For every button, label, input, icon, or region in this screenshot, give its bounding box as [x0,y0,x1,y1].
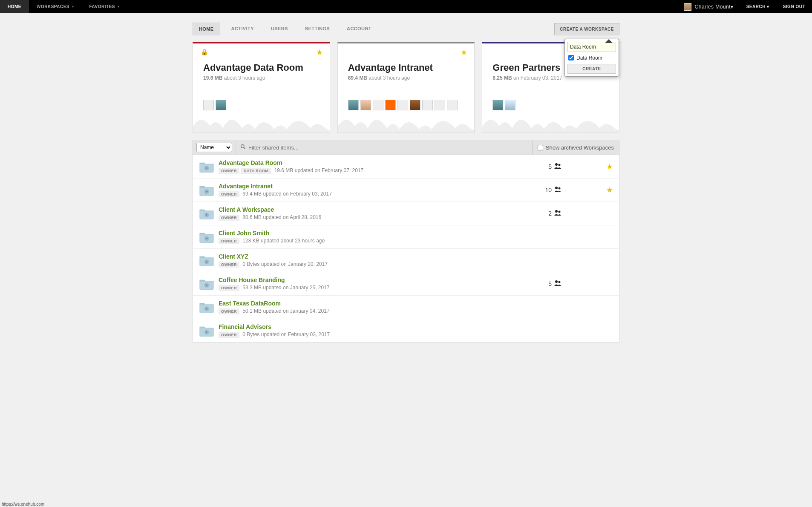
role-badge: OWNER [219,285,239,291]
member-count: 2 [511,210,562,217]
workspace-cards: 🔒★Advantage Data Room19.6 MB about 3 hou… [193,42,619,133]
data-room-checkbox[interactable] [568,55,574,60]
svg-point-9 [555,210,558,213]
tab-activity[interactable]: ACTIVITY [225,23,260,35]
avatar [422,100,433,110]
workspace-row[interactable]: Advantage Data RoomOWNERDATA ROOM 19.6 M… [193,155,619,179]
people-icon [553,280,562,288]
workspace-meta: OWNER 80.6 MB updated on April 28, 2016 [219,214,511,221]
workspace-row[interactable]: Client John SmithOWNER 128 KB updated ab… [193,225,619,249]
folder-icon [199,184,214,196]
role-badge: OWNER [219,238,239,244]
folder-icon [199,301,214,314]
star-column[interactable]: ★ [562,162,613,171]
show-archived-toggle[interactable]: Show archived Workspaces [533,144,619,151]
workspace-meta: OWNER 128 KB updated about 23 hours ago [219,238,511,244]
chevron-down-icon: ▾ [767,4,769,9]
avatar [385,100,396,110]
workspace-name[interactable]: Client XYZ [219,253,511,260]
tab-settings[interactable]: SETTINGS [299,23,336,35]
card-meta: 19.6 MB about 3 hours ago [203,75,320,81]
filter-input[interactable] [248,144,528,151]
workspace-card[interactable]: ★Advantage Intranet69.4 MB about 3 hours… [337,42,475,133]
role-badge: OWNER [219,308,239,314]
svg-point-4 [559,164,561,166]
avatar [505,100,515,110]
workspace-meta: OWNER 0 Bytes updated on February 03, 20… [219,331,511,338]
activity-sparkline [482,111,619,133]
create-workspace-button[interactable]: CREATE A WORKSPACE Data Room CREATE [554,23,619,35]
activity-sparkline [338,111,475,133]
avatar [360,100,371,110]
avatar [216,100,226,110]
filter-bar: Name Show archived Workspaces [193,140,619,155]
archived-checkbox[interactable] [538,145,543,150]
sort-select[interactable]: Name [196,143,232,152]
svg-point-0 [241,145,244,148]
create-submit-button[interactable]: CREATE [567,64,616,74]
chevron-down-icon: ▾ [731,4,734,10]
workspace-name[interactable]: Financial Advisors [219,323,511,330]
avatar [447,100,458,110]
avatar [203,100,214,110]
svg-point-7 [559,187,561,190]
avatar [373,100,383,110]
create-workspace-popover: Data Room CREATE [564,39,619,77]
people-icon [553,210,562,217]
workspace-name[interactable]: Advantage Data Room [219,159,511,166]
workspace-name[interactable]: Coffee House Branding [219,277,511,283]
svg-point-3 [555,163,558,166]
card-meta: 69.4 MB about 3 hours ago [348,75,464,81]
svg-point-15 [559,281,561,283]
tab-home[interactable]: HOME [193,23,220,35]
workspace-meta: OWNER 69.4 MB updated on February 03, 20… [219,191,511,197]
workspace-row[interactable]: Financial AdvisorsOWNER 0 Bytes updated … [193,319,619,342]
workspace-name[interactable]: Advantage Intranet [219,183,511,190]
top-navbar: HOMEWORKSPACES▾FAVORITES▾ Charles Mount … [0,0,812,13]
star-column[interactable]: ★ [562,185,613,195]
folder-icon [199,207,214,220]
avatar [684,3,691,11]
avatar [410,100,420,110]
nav-home[interactable]: HOME [0,0,29,13]
folder-icon [199,277,214,290]
workspace-card[interactable]: 🔒★Advantage Data Room19.6 MB about 3 hou… [193,42,330,133]
role-badge: DATA ROOM [241,168,271,174]
svg-line-1 [244,147,245,149]
data-room-checkbox-row[interactable]: Data Room [567,52,616,64]
avatar-stack [348,100,464,110]
workspace-row[interactable]: East Texas DataRoomOWNER 50.1 MB updated… [193,296,619,319]
workspace-row[interactable]: Advantage IntranetOWNER 69.4 MB updated … [193,179,619,202]
nav-favorites[interactable]: FAVORITES▾ [82,0,127,13]
signout-link[interactable]: SIGN OUT [776,4,812,9]
avatar [435,100,445,110]
tab-users[interactable]: USERS [265,23,294,35]
search-link[interactable]: SEARCH ▾ [740,4,776,9]
svg-point-10 [559,211,561,213]
workspace-name[interactable]: East Texas DataRoom [219,300,511,307]
workspace-row[interactable]: Client A WorkspaceOWNER 80.6 MB updated … [193,202,619,225]
workspace-name[interactable]: Client John Smith [219,230,511,236]
star-icon[interactable]: ★ [461,48,467,57]
search-icon [240,144,246,151]
member-count: 5 [511,280,562,288]
workspace-name[interactable]: Client A Workspace [219,206,511,213]
star-icon[interactable]: ★ [316,48,323,57]
workspace-row[interactable]: Coffee House BrandingOWNER 53.3 MB updat… [193,272,619,296]
user-name: Charles Mount [695,4,731,10]
workspace-meta: OWNERDATA ROOM 19.6 MB updated on Februa… [219,167,511,174]
secondary-tabs: HOMEACTIVITYUSERSSETTINGSACCOUNT CREATE … [193,13,619,42]
avatar [348,100,359,110]
workspace-row[interactable]: Client XYZOWNER 0 Bytes updated on Janua… [193,249,619,272]
workspace-name-input[interactable] [567,42,616,52]
nav-workspaces[interactable]: WORKSPACES▾ [29,0,82,13]
tab-account[interactable]: ACCOUNT [341,23,377,35]
people-icon [553,163,562,170]
role-badge: OWNER [219,191,239,197]
role-badge: OWNER [219,332,239,338]
user-menu[interactable]: Charles Mount ▾ [678,3,740,11]
people-icon [553,186,562,194]
avatar-stack [203,100,320,110]
folder-icon [199,160,214,173]
role-badge: OWNER [219,168,239,174]
